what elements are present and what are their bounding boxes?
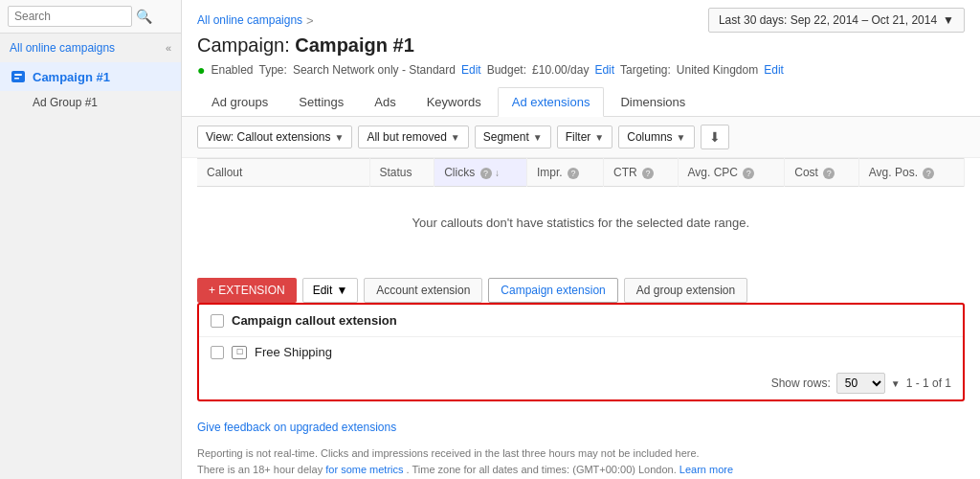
breadcrumb-link[interactable]: All online campaigns [197, 13, 302, 27]
sidebar-item-campaign[interactable]: Campaign #1 [0, 62, 181, 91]
segment-arrow-icon: ▼ [533, 132, 543, 143]
type-edit-link[interactable]: Edit [461, 63, 481, 77]
search-icon: 🔍 [136, 9, 152, 24]
feedback-link[interactable]: Give feedback on upgraded extensions [197, 421, 396, 434]
breadcrumb-arrow: > [306, 13, 314, 28]
footer-line2-suffix: . Time zone for all dates and times: (GM… [407, 464, 677, 475]
campaign-title: Campaign: Campaign #1 [182, 34, 980, 57]
status-text: Enabled [211, 63, 253, 77]
campaign-icon [10, 68, 27, 85]
tab-dimensions[interactable]: Dimensions [606, 87, 700, 116]
extension-list: Campaign callout extension ☐ Free Shippi… [197, 303, 965, 401]
edit-label: Edit [313, 284, 333, 297]
svg-rect-2 [14, 78, 19, 80]
ext-tab-campaign[interactable]: Campaign extension [488, 278, 617, 303]
removed-dropdown[interactable]: All but removed ▼ [358, 125, 468, 148]
tab-ads[interactable]: Ads [360, 87, 410, 116]
targeting-label: Targeting: [620, 63, 671, 77]
col-impr: Impr. ? [527, 159, 604, 187]
ext-tab-campaign-label: Campaign extension [501, 284, 605, 297]
no-data-row: Your callouts don't have statistics for … [197, 187, 965, 260]
view-label: View: Callout extensions [206, 130, 331, 144]
cost-help-icon: ? [823, 168, 835, 179]
avg-pos-help-icon: ? [923, 168, 934, 179]
tab-ad-groups[interactable]: Ad groups [197, 87, 282, 116]
col-clicks[interactable]: Clicks ? ↓ [434, 159, 527, 187]
rows-select[interactable]: 50 100 250 [836, 373, 885, 394]
extension-section: + EXTENSION Edit ▼ Account extension Cam… [182, 266, 980, 413]
breadcrumb[interactable]: All online campaigns > [197, 13, 318, 28]
filter-dropdown[interactable]: Filter ▼ [557, 125, 613, 148]
all-campaigns-link[interactable]: All online campaigns « [0, 34, 181, 62]
targeting-edit-link[interactable]: Edit [764, 63, 784, 77]
ext-tab-adgroup-label: Ad group extension [636, 284, 735, 297]
tab-keywords[interactable]: Keywords [412, 87, 496, 116]
svg-rect-1 [14, 74, 22, 76]
callouts-table: Callout Status Clicks ? ↓ Impr. ? CTR ? … [197, 158, 965, 259]
footer-note: Reporting is not real-time. Clicks and i… [182, 442, 980, 479]
type-value: Search Network only - Standard [293, 63, 456, 77]
add-extension-label: + EXTENSION [209, 284, 285, 297]
clicks-sort-icon: ↓ [495, 168, 500, 178]
ext-tab-adgroup[interactable]: Ad group extension [624, 278, 747, 303]
col-cost: Cost ? [785, 159, 859, 187]
collapse-icon: « [166, 42, 171, 54]
item-label: Free Shipping [255, 345, 332, 359]
columns-dropdown[interactable]: Columns ▼ [618, 125, 694, 148]
ext-item-free-shipping[interactable]: ☐ Free Shipping [199, 337, 963, 367]
pagination-text: 1 - 1 of 1 [906, 376, 951, 390]
budget-edit-link[interactable]: Edit [594, 63, 614, 77]
budget-label: Budget: [487, 63, 526, 77]
download-icon: ⬇ [709, 129, 721, 145]
avg-cpc-help-icon: ? [743, 168, 754, 179]
campaign-name: Campaign #1 [295, 34, 413, 56]
sidebar: 🔍 All online campaigns « Campaign #1 Ad … [0, 0, 182, 479]
edit-arrow-icon: ▼ [336, 284, 347, 297]
col-ctr: CTR ? [604, 159, 679, 187]
budget-value: £10.00/day [532, 63, 589, 77]
date-range-text: Last 30 days: Sep 22, 2014 – Oct 21, 201… [719, 13, 937, 27]
group-checkbox[interactable] [211, 314, 224, 328]
adgroup-label: Ad Group #1 [33, 96, 98, 109]
footer-line2-prefix: There is an 18+ hour delay [197, 464, 323, 475]
add-extension-button[interactable]: + EXTENSION [197, 278, 297, 303]
footer-line2: There is an 18+ hour delay for some metr… [197, 462, 965, 478]
col-callout: Callout [197, 159, 369, 187]
campaign-label: Campaign #1 [33, 70, 110, 84]
campaign-prefix: Campaign: [197, 34, 290, 56]
search-input[interactable] [8, 6, 132, 27]
svg-rect-0 [11, 71, 25, 82]
segment-dropdown[interactable]: Segment ▼ [475, 125, 551, 148]
footer-learn-more-link[interactable]: Learn more [679, 464, 733, 475]
main-content: All online campaigns > Last 30 days: Sep… [182, 0, 980, 479]
clicks-help-icon: ? [480, 168, 492, 179]
ctr-help-icon: ? [642, 168, 654, 179]
toolbar: View: Callout extensions ▼ All but remov… [182, 117, 980, 158]
ext-toolbar: + EXTENSION Edit ▼ Account extension Cam… [197, 278, 965, 303]
filter-label: Filter [566, 130, 591, 144]
type-label: Type: [259, 63, 287, 77]
tab-settings[interactable]: Settings [284, 87, 358, 116]
group-header-label: Campaign callout extension [232, 313, 397, 328]
callout-icon: ☐ [232, 346, 247, 359]
footer-some-metrics-link[interactable]: for some metrics [325, 464, 403, 475]
sidebar-item-adgroup[interactable]: Ad Group #1 [0, 91, 181, 114]
tab-ad-extensions[interactable]: Ad extensions [498, 87, 605, 117]
item-checkbox[interactable] [211, 346, 224, 359]
col-status: Status [369, 159, 434, 187]
ext-tab-account-label: Account extension [376, 284, 470, 297]
col-avg-pos: Avg. Pos. ? [858, 159, 964, 187]
sidebar-search-bar[interactable]: 🔍 [0, 0, 181, 34]
status-dot: ● [197, 62, 205, 78]
footer-line1: Reporting is not real-time. Clicks and i… [197, 445, 965, 462]
edit-extension-button[interactable]: Edit ▼ [302, 278, 359, 303]
date-arrow-icon: ▼ [943, 13, 954, 27]
view-arrow-icon: ▼ [335, 132, 345, 143]
date-picker[interactable]: Last 30 days: Sep 22, 2014 – Oct 21, 201… [708, 8, 965, 33]
download-button[interactable]: ⬇ [701, 125, 729, 149]
col-avg-cpc: Avg. CPC ? [678, 159, 785, 187]
segment-label: Segment [483, 130, 529, 144]
ext-tab-account[interactable]: Account extension [364, 278, 482, 303]
view-dropdown[interactable]: View: Callout extensions ▼ [197, 125, 352, 148]
chevron-down-icon: ▼ [891, 378, 901, 389]
